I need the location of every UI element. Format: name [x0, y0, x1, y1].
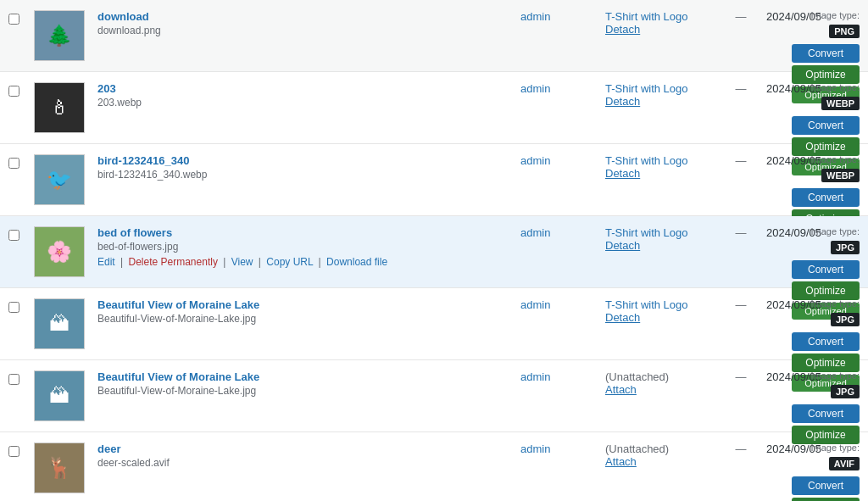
- download-link[interactable]: Download file: [326, 256, 387, 268]
- file-info: Beautiful View of Moraine Lake Beautiful…: [97, 298, 520, 325]
- thumbnail-container: 🌲: [34, 10, 89, 61]
- author[interactable]: admin: [520, 10, 605, 23]
- author[interactable]: admin: [520, 154, 605, 167]
- thumbnail-container: 🐦: [34, 154, 89, 205]
- image-type-badge: WEBP: [821, 169, 860, 182]
- optimize-button[interactable]: Optimize: [792, 498, 860, 501]
- comments-count: —: [715, 154, 766, 167]
- image-type-badge: JPG: [831, 313, 860, 326]
- row-checkbox[interactable]: [8, 14, 19, 25]
- author[interactable]: admin: [520, 226, 605, 239]
- file-name: bird-1232416_340.webp: [97, 169, 520, 181]
- separator: |: [319, 256, 321, 268]
- thumbnail: 🌸: [34, 226, 85, 277]
- comments-count: —: [715, 10, 766, 23]
- thumbnail-container: 🏔: [34, 370, 89, 421]
- image-type-badge: PNG: [829, 25, 860, 38]
- copy-url-link[interactable]: Copy URL: [266, 256, 313, 268]
- file-title[interactable]: deer: [97, 443, 120, 455]
- image-type-label: Image type:: [811, 370, 860, 381]
- media-row: 🦌 deer deer-scaled.avif admin (Unattache…: [0, 432, 868, 501]
- attached-to: T-Shirt with LogoDetach: [605, 82, 715, 108]
- attach-link[interactable]: Attach: [605, 383, 715, 396]
- row-checkbox[interactable]: [8, 302, 19, 313]
- separator: |: [259, 256, 261, 268]
- detach-link[interactable]: Detach: [605, 311, 715, 324]
- thumbnail-container: 🏔: [34, 298, 89, 349]
- thumbnail-container: 🦌: [34, 443, 89, 493]
- attached-title[interactable]: T-Shirt with Logo: [605, 82, 688, 95]
- convert-button[interactable]: Convert: [792, 188, 860, 207]
- file-title[interactable]: Beautiful View of Moraine Lake: [97, 370, 259, 383]
- convert-button[interactable]: Convert: [792, 404, 860, 423]
- file-title[interactable]: bed of flowers: [97, 226, 172, 239]
- detach-link[interactable]: Detach: [605, 23, 715, 36]
- detach-link[interactable]: Detach: [605, 167, 715, 180]
- image-type-label: Image type:: [811, 226, 860, 237]
- attach-link[interactable]: Attach: [605, 455, 715, 468]
- convert-button[interactable]: Convert: [792, 44, 860, 63]
- convert-button[interactable]: Convert: [792, 476, 860, 495]
- row-checkbox[interactable]: [8, 446, 19, 457]
- media-list: 🌲 download download.png admin T-Shirt wi…: [0, 0, 868, 501]
- media-row: 🏔 Beautiful View of Moraine Lake Beautif…: [0, 360, 868, 432]
- file-info: download download.png: [97, 10, 520, 36]
- attached-to: (Unattached)Attach: [605, 443, 715, 468]
- file-title[interactable]: download: [97, 10, 149, 23]
- image-type-label: Image type:: [811, 10, 860, 20]
- attached-title[interactable]: T-Shirt with Logo: [605, 298, 688, 311]
- separator: |: [120, 256, 123, 268]
- image-type-label: Image type:: [811, 443, 860, 453]
- image-type-badge: JPG: [831, 385, 860, 398]
- attached-title[interactable]: T-Shirt with Logo: [605, 10, 688, 23]
- row-checkbox[interactable]: [8, 230, 19, 241]
- row-checkbox-container: [8, 298, 34, 315]
- view-link[interactable]: View: [231, 256, 253, 268]
- unattached-label: (Unattached): [605, 443, 669, 455]
- row-checkbox-container: [8, 226, 34, 243]
- image-type-label: Image type:: [811, 82, 860, 92]
- file-title[interactable]: 203: [97, 82, 116, 95]
- attached-to: T-Shirt with LogoDetach: [605, 226, 715, 252]
- row-checkbox[interactable]: [8, 86, 19, 97]
- detach-link[interactable]: Detach: [605, 95, 715, 108]
- thumbnail: 🕯: [34, 82, 85, 133]
- thumbnail: 🏔: [34, 298, 85, 349]
- thumbnail: 🏔: [34, 370, 85, 421]
- author[interactable]: admin: [520, 298, 605, 311]
- media-row: 🐦 bird-1232416_340 bird-1232416_340.webp…: [0, 144, 868, 216]
- media-row: 🌲 download download.png admin T-Shirt wi…: [0, 0, 868, 72]
- media-row: 🏔 Beautiful View of Moraine Lake Beautif…: [0, 288, 868, 360]
- edit-link[interactable]: Edit: [97, 256, 115, 268]
- file-name: Beautiful-View-of-Moraine-Lake.jpg: [97, 385, 520, 397]
- media-row: 🕯 203 203.webp admin T-Shirt with LogoDe…: [0, 72, 868, 144]
- convert-button[interactable]: Convert: [792, 116, 860, 135]
- row-checkbox[interactable]: [8, 374, 19, 385]
- file-title[interactable]: bird-1232416_340: [97, 154, 189, 167]
- thumbnail: 🐦: [34, 154, 85, 205]
- file-info: Beautiful View of Moraine Lake Beautiful…: [97, 370, 520, 397]
- attached-to: T-Shirt with LogoDetach: [605, 154, 715, 180]
- file-name: bed-of-flowers.jpg: [97, 241, 520, 253]
- media-row: 🌸 bed of flowers bed-of-flowers.jpg Edit…: [0, 216, 868, 288]
- file-name: 203.webp: [97, 97, 520, 109]
- image-type-badge: JPG: [831, 241, 860, 254]
- row-actions: Image type: AVIF Convert Optimize: [792, 443, 860, 501]
- author[interactable]: admin: [520, 82, 605, 95]
- delete-link[interactable]: Delete Permanently: [129, 256, 218, 268]
- author[interactable]: admin: [520, 443, 605, 455]
- image-type-label: Image type:: [811, 154, 860, 164]
- attached-title[interactable]: T-Shirt with Logo: [605, 154, 688, 167]
- comments-count: —: [715, 443, 766, 455]
- author[interactable]: admin: [520, 370, 605, 383]
- thumbnail: 🦌: [34, 443, 85, 493]
- comments-count: —: [715, 82, 766, 95]
- attached-title[interactable]: T-Shirt with Logo: [605, 226, 688, 239]
- convert-button[interactable]: Convert: [792, 332, 860, 351]
- detach-link[interactable]: Detach: [605, 239, 715, 252]
- row-checkbox[interactable]: [8, 158, 19, 169]
- convert-button[interactable]: Convert: [792, 260, 860, 279]
- row-checkbox-container: [8, 370, 34, 387]
- file-title[interactable]: Beautiful View of Moraine Lake: [97, 298, 259, 311]
- file-name: download.png: [97, 25, 520, 36]
